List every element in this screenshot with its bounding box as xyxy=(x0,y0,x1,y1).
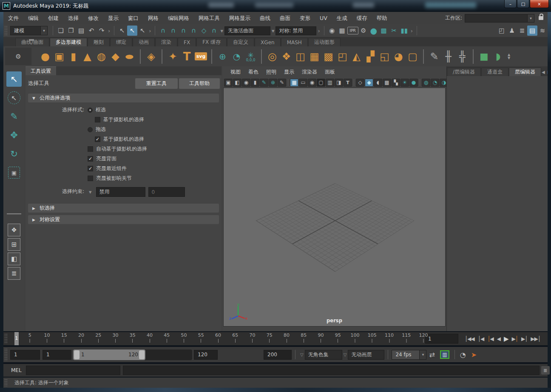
tab-雕刻[interactable]: 雕刻 xyxy=(88,38,110,46)
radio-拖选[interactable] xyxy=(88,127,93,132)
motion-blur-toggle-icon[interactable]: ◔ xyxy=(431,79,439,87)
paint-select-tool[interactable]: ✎ xyxy=(6,109,22,124)
cut-icon[interactable]: ✂ xyxy=(389,26,399,36)
play-forwards-button[interactable]: ▶ xyxy=(503,334,510,344)
menu-item-着色[interactable]: 着色 xyxy=(244,66,262,78)
layout-two-pane-button[interactable]: ◧ xyxy=(8,253,20,265)
menu-item-缓存[interactable]: 缓存 xyxy=(352,12,372,24)
super-shape-icon[interactable]: ✦ xyxy=(166,49,180,64)
poly-disc-icon[interactable]: ● xyxy=(122,49,136,64)
checkbox-基于摄影机的选择[interactable]: ✓ xyxy=(95,136,100,142)
constraint-mode-field[interactable]: 禁用 xyxy=(96,187,145,197)
script-editor-icon[interactable]: ≣ xyxy=(541,366,550,375)
workspace-dropdown[interactable] xyxy=(465,14,528,23)
menu-item-网格[interactable]: 网格 xyxy=(143,12,163,24)
menu-item-生成[interactable]: 生成 xyxy=(332,12,352,24)
menu-item-创建[interactable]: 创建 xyxy=(43,12,63,24)
chevron-down-icon[interactable]: ▽ xyxy=(300,352,304,357)
tab-渲染[interactable]: 渲染 xyxy=(155,38,177,46)
tab-绑定[interactable]: 绑定 xyxy=(110,38,132,46)
platonic-solid-icon[interactable]: ◈ xyxy=(144,49,158,64)
step-back-frame-button[interactable]: │◀ xyxy=(477,335,485,343)
tab-XGen[interactable]: XGen xyxy=(255,38,281,46)
wireframe-on-shaded-icon[interactable]: ◖ xyxy=(374,79,382,87)
go-to-end-button[interactable]: ▶▶│ xyxy=(529,335,542,343)
select-object-icon[interactable]: ↖ xyxy=(127,26,137,36)
step-forward-frame-button[interactable]: ▶│ xyxy=(520,335,528,343)
anim-snapshot-icon[interactable]: ▥ xyxy=(440,350,449,359)
prev-tab-icon[interactable]: ◀ xyxy=(542,70,545,74)
offset-edge-loop-icon[interactable]: ╬ xyxy=(455,49,469,64)
tab-FX 缓存[interactable]: FX 缓存 xyxy=(196,38,227,46)
camera-attributes-icon[interactable]: ◉ xyxy=(242,79,250,87)
ipr-render-icon[interactable]: IPR xyxy=(347,27,358,34)
expand-arrow-icon[interactable]: › xyxy=(411,28,413,34)
tool-help-button[interactable]: 工具帮助 xyxy=(179,78,220,89)
section-common-select-options[interactable]: ▼ 公用选择选项 xyxy=(28,94,219,102)
live-surface-field[interactable]: 无激活曲面 xyxy=(224,26,270,35)
current-time-marker[interactable]: 1 xyxy=(14,332,19,345)
command-output[interactable] xyxy=(123,366,540,375)
poly-torus-icon[interactable]: ◍ xyxy=(94,49,108,64)
menu-item-视图[interactable]: 视图 xyxy=(227,66,244,78)
auto-keyframe-icon[interactable]: ➤ xyxy=(471,351,477,359)
channel-box-icon[interactable]: ▤ xyxy=(527,26,537,36)
checkbox-亮显背面[interactable]: ✓ xyxy=(88,156,93,162)
shelf-menu[interactable]: ⚙ xyxy=(5,48,31,65)
menu-item-UV[interactable]: UV xyxy=(315,12,332,24)
grid-toggle-icon[interactable]: ▦ xyxy=(290,79,298,87)
time-editor-icon[interactable]: ◔ xyxy=(230,49,244,64)
shadows-toggle-icon[interactable]: ● xyxy=(409,79,418,87)
checkbox-亮显最近组件[interactable]: ✓ xyxy=(88,166,93,171)
tab-多边形建模[interactable]: 多边形建模 xyxy=(50,38,87,46)
drag-grip[interactable] xyxy=(4,379,8,386)
chevron-down-icon[interactable]: ▾ xyxy=(420,350,426,360)
checkbox-基于摄影机的选择[interactable] xyxy=(95,117,100,122)
tab-FX[interactable]: FX xyxy=(178,38,196,46)
safe-action-icon[interactable]: ◨ xyxy=(335,79,343,87)
menu-item-帮助[interactable]: 帮助 xyxy=(372,12,392,24)
2d-pan-zoom-icon[interactable]: ⊕ xyxy=(269,79,277,87)
menu-item-窗口[interactable]: 窗口 xyxy=(123,12,143,24)
menu-item-渲染器[interactable]: 渲染器 xyxy=(298,66,321,78)
render-settings-icon[interactable]: ⚙ xyxy=(358,26,369,36)
range-end-handle[interactable] xyxy=(139,350,145,359)
drag-grip[interactable] xyxy=(4,26,8,36)
menu-item-曲面[interactable]: 曲面 xyxy=(275,12,295,24)
expand-arrow-icon[interactable]: › xyxy=(108,28,110,34)
extrude-icon[interactable]: ◰ xyxy=(335,49,349,64)
rotate-tool[interactable]: ↻ xyxy=(6,146,22,162)
step-forward-key-button[interactable]: ▶│ xyxy=(510,335,519,343)
expand-arrow-icon[interactable]: › xyxy=(318,28,320,34)
command-input[interactable] xyxy=(26,366,120,375)
lighting-toggle-icon[interactable]: ☀ xyxy=(400,79,409,87)
render-view-icon[interactable]: ◉ xyxy=(327,26,337,36)
current-frame-field[interactable]: 1 xyxy=(425,334,458,344)
poly-cube-icon[interactable]: ▣ xyxy=(52,49,66,64)
character-controls-icon[interactable]: ♟ xyxy=(507,26,517,36)
select-component-icon[interactable]: ↖ xyxy=(137,26,148,36)
snap-grid-icon[interactable]: ∩ xyxy=(158,26,168,36)
tab-tool-settings[interactable]: 工具设置 xyxy=(26,66,56,75)
step-back-key-button[interactable]: │◀ xyxy=(486,335,494,343)
expand-arrow-icon[interactable]: › xyxy=(149,28,151,34)
menu-item-变形[interactable]: 变形 xyxy=(295,12,315,24)
redo-icon[interactable]: ↷ xyxy=(97,26,107,36)
layout-outliner-persp-button[interactable]: ≣ xyxy=(8,267,20,280)
tab-自定义[interactable]: 自定义 xyxy=(227,38,254,46)
move-tool[interactable]: ✥ xyxy=(6,128,22,143)
poly-cone-icon[interactable]: ▲ xyxy=(80,49,94,64)
time-slider-track[interactable]: 1 51015202530354045505560657075808590951… xyxy=(9,332,422,345)
chevron-down-icon[interactable]: ▾ xyxy=(272,28,275,34)
construction-locator-icon[interactable]: ⊕ xyxy=(216,49,230,64)
multi-cut-icon[interactable]: ✎ xyxy=(427,49,441,64)
lasso-select-tool[interactable]: ↖ xyxy=(8,91,20,104)
tab-MASH[interactable]: MASH xyxy=(281,38,308,46)
poly-cylinder-icon[interactable]: ▮ xyxy=(66,49,80,64)
tab-/层编辑器[interactable]: /层编辑器 xyxy=(447,68,481,76)
make-live-icon[interactable]: ∩ xyxy=(209,26,219,36)
drag-grip[interactable] xyxy=(4,333,8,344)
camera-select-icon[interactable]: ▣ xyxy=(224,79,233,87)
safe-title-icon[interactable]: T xyxy=(344,79,352,87)
camera-lock-icon[interactable]: ◧ xyxy=(233,79,241,87)
